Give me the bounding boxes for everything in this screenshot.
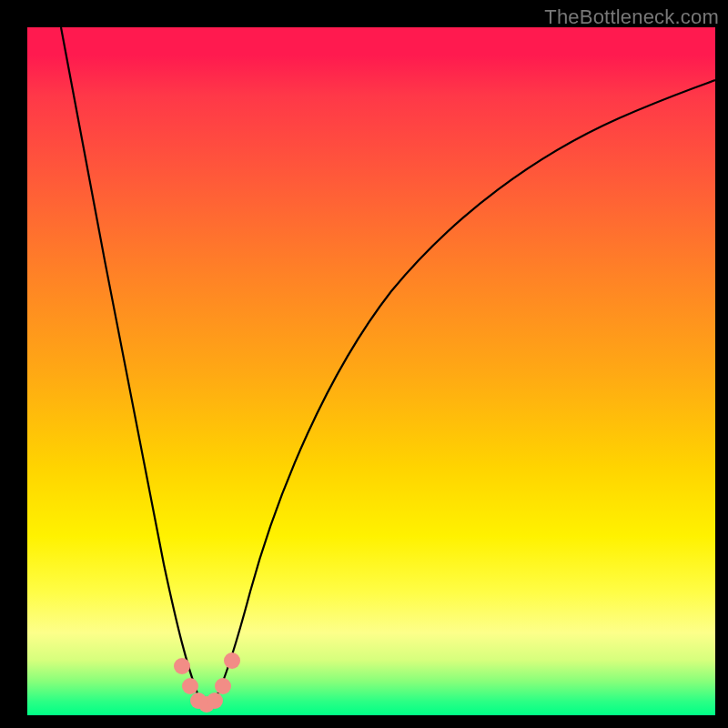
watermark-text: TheBottleneck.com xyxy=(544,5,719,29)
chart-frame: TheBottleneck.com xyxy=(0,0,728,728)
marker-dot xyxy=(215,678,231,694)
marker-dot xyxy=(182,678,198,694)
marker-dot xyxy=(174,658,190,674)
marker-group xyxy=(174,652,240,713)
marker-dot xyxy=(198,696,215,713)
marker-dot xyxy=(190,693,207,709)
curve-path xyxy=(61,27,715,707)
marker-dot xyxy=(207,693,223,709)
bottleneck-curve xyxy=(27,27,715,715)
plot-area xyxy=(27,27,715,715)
marker-dot xyxy=(224,652,240,669)
